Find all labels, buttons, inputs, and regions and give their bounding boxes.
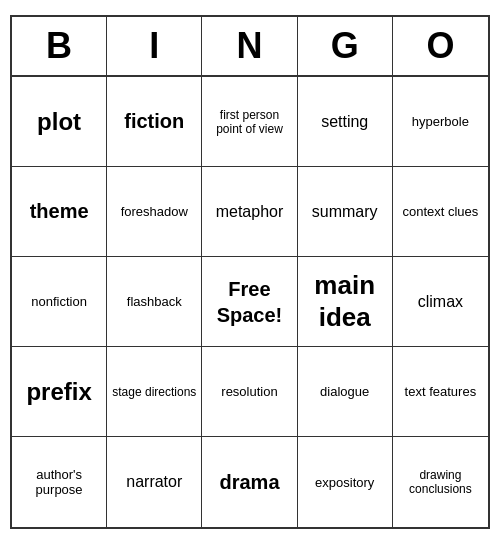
cell-text: resolution (206, 384, 292, 399)
cell-text: narrator (111, 473, 197, 491)
header-letter: N (202, 17, 297, 75)
cell-text: fiction (111, 110, 197, 133)
bingo-cell: drawing conclusions (393, 437, 488, 527)
bingo-cell: expository (298, 437, 393, 527)
cell-text: flashback (111, 294, 197, 309)
bingo-card: BINGO plotfictionfirst person point of v… (10, 15, 490, 529)
bingo-cell: context clues (393, 167, 488, 257)
bingo-grid: plotfictionfirst person point of viewset… (12, 77, 488, 527)
bingo-cell: text features (393, 347, 488, 437)
bingo-cell: fiction (107, 77, 202, 167)
cell-text: climax (397, 293, 484, 311)
bingo-cell: metaphor (202, 167, 297, 257)
bingo-cell: plot (12, 77, 107, 167)
cell-text: drawing conclusions (397, 468, 484, 496)
cell-text: foreshadow (111, 204, 197, 219)
bingo-cell: stage directions (107, 347, 202, 437)
bingo-cell: hyperbole (393, 77, 488, 167)
bingo-cell: author's purpose (12, 437, 107, 527)
bingo-cell: foreshadow (107, 167, 202, 257)
cell-text: context clues (397, 204, 484, 219)
bingo-cell: nonfiction (12, 257, 107, 347)
cell-text: stage directions (111, 385, 197, 399)
cell-text: expository (302, 475, 388, 490)
bingo-cell: drama (202, 437, 297, 527)
cell-text: metaphor (206, 203, 292, 221)
bingo-cell: setting (298, 77, 393, 167)
header-letter: B (12, 17, 107, 75)
bingo-cell: prefix (12, 347, 107, 437)
cell-text: setting (302, 113, 388, 131)
header-letter: G (298, 17, 393, 75)
bingo-cell: theme (12, 167, 107, 257)
cell-text: dialogue (302, 384, 388, 399)
cell-text: first person point of view (206, 108, 292, 136)
bingo-cell: summary (298, 167, 393, 257)
bingo-cell: Free Space! (202, 257, 297, 347)
header-letter: I (107, 17, 202, 75)
bingo-cell: dialogue (298, 347, 393, 437)
cell-text: drama (206, 471, 292, 494)
cell-text: main idea (302, 270, 388, 332)
bingo-header: BINGO (12, 17, 488, 77)
cell-text: hyperbole (397, 114, 484, 129)
cell-text: plot (16, 108, 102, 136)
bingo-cell: first person point of view (202, 77, 297, 167)
cell-text: prefix (16, 378, 102, 406)
cell-text: nonfiction (16, 294, 102, 309)
cell-text: Free Space! (206, 276, 292, 328)
header-letter: O (393, 17, 488, 75)
bingo-cell: narrator (107, 437, 202, 527)
cell-text: theme (16, 200, 102, 223)
cell-text: author's purpose (16, 467, 102, 497)
cell-text: summary (302, 203, 388, 221)
cell-text: text features (397, 384, 484, 399)
bingo-cell: resolution (202, 347, 297, 437)
bingo-cell: climax (393, 257, 488, 347)
bingo-cell: main idea (298, 257, 393, 347)
bingo-cell: flashback (107, 257, 202, 347)
